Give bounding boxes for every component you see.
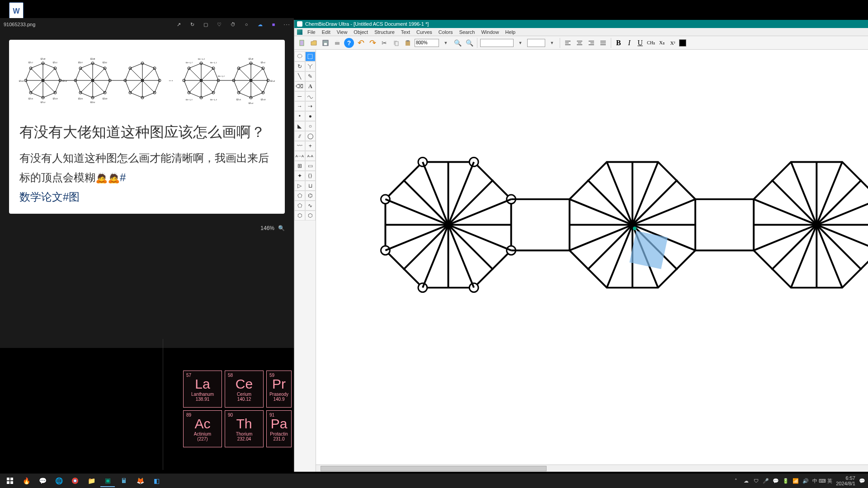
tray-wifi-icon[interactable]: 📶 [793, 478, 799, 484]
filled-circle-tool-icon[interactable]: ● [305, 111, 316, 121]
taskbar-app-1-icon[interactable]: 🔥 [19, 474, 33, 487]
table-tool-icon[interactable]: ⊞ [294, 161, 305, 171]
rect-tool-icon[interactable]: ▭ [305, 161, 316, 171]
taskbar-wechat-icon[interactable]: 💬 [35, 474, 50, 487]
underline-button[interactable]: U [636, 38, 645, 48]
rotate-icon[interactable]: ↻ [189, 21, 195, 28]
line-tool-icon[interactable]: ─ [294, 91, 305, 101]
taskbar-app-blue-icon[interactable]: ◧ [149, 474, 164, 487]
menu-structure[interactable]: Structure [372, 29, 397, 35]
font-input[interactable] [480, 39, 514, 47]
wavy-bond-icon[interactable]: 〰 [294, 141, 305, 151]
taskbar-edge-icon[interactable]: 🌐 [52, 474, 66, 487]
structure-tool-icon[interactable] [305, 61, 316, 71]
pen-tool-icon[interactable]: ✎ [305, 71, 316, 81]
copy-tool-icon[interactable] [391, 38, 401, 48]
tray-battery-icon[interactable]: 🔋 [783, 478, 789, 484]
element-la[interactable]: 57LaLanthanum138.91 [183, 371, 222, 408]
element-pr[interactable]: 59PrPraseody140.9 [266, 371, 292, 408]
chemdraw-titlebar[interactable]: ChemBioDraw Ultra - [Untitled ACS Docume… [294, 20, 868, 28]
align-justify-icon[interactable] [598, 38, 608, 48]
orbital-tool-icon[interactable]: ✦ [294, 171, 305, 181]
taskbar-explorer-icon[interactable]: 📁 [84, 474, 99, 487]
subscript-button[interactable]: X₂ [657, 38, 666, 48]
zoom-in-icon[interactable]: 🔍 [464, 38, 474, 48]
element-ce[interactable]: 58CeCerium140.12 [225, 371, 264, 408]
taskbar-firefox-icon[interactable]: 🦊 [133, 474, 147, 487]
tray-security-icon[interactable]: 🛡 [753, 478, 759, 484]
lasso-tool-icon[interactable] [294, 52, 305, 61]
save-icon[interactable] [321, 38, 330, 48]
benzene-tool-icon[interactable]: ⬡ [305, 211, 316, 221]
superscript-button[interactable]: X² [668, 38, 677, 48]
plus-tool-icon[interactable]: + [305, 141, 316, 151]
cyclopentane-icon[interactable]: ⬠ [294, 201, 305, 211]
menu-object[interactable]: Object [351, 29, 371, 35]
tray-wechat-icon[interactable]: 💬 [773, 478, 779, 484]
tray-notification-icon[interactable]: 💬 [859, 478, 865, 484]
open-icon[interactable] [309, 38, 319, 48]
bond-tool-icon[interactable]: ╲ [294, 71, 305, 81]
color-picker-swatch[interactable] [679, 39, 686, 47]
more-icon[interactable]: ··· [284, 21, 290, 28]
heart-icon[interactable]: ♡ [216, 21, 222, 28]
desktop-word-icon[interactable] [9, 2, 27, 20]
taskbar-app-active-icon[interactable]: ▣ [100, 474, 115, 487]
help-icon[interactable]: ? [344, 38, 354, 48]
bracket-tool-icon[interactable]: ⟨⟩ [305, 171, 316, 181]
hashtag-link[interactable]: 数学论文#图 [19, 191, 80, 203]
tray-cloud-icon[interactable]: ☁ [743, 478, 749, 484]
taskbar-chrome-icon[interactable] [68, 474, 82, 487]
chain-tool-icon[interactable] [305, 91, 316, 101]
chemical-symbol-icon[interactable]: A↔A [294, 151, 305, 161]
menu-search[interactable]: Search [457, 29, 478, 35]
menu-file[interactable]: File [305, 29, 318, 35]
bold-button[interactable]: B [614, 38, 623, 48]
horizontal-scrollbar[interactable] [316, 465, 868, 472]
italic-button[interactable]: I [625, 38, 634, 48]
circle-tool-icon[interactable]: ○ [305, 121, 316, 131]
chemdraw-doc-icon[interactable] [297, 29, 302, 35]
cyclohexane-icon[interactable]: ⬡ [294, 211, 305, 221]
menu-window[interactable]: Window [478, 29, 501, 35]
tray-volume-icon[interactable]: 🔊 [802, 478, 809, 484]
menu-view[interactable]: View [334, 29, 350, 35]
tray-ime-label[interactable]: 中 ⌨ 英 [812, 478, 832, 484]
pentagon-tool-icon[interactable]: ⬠ [294, 191, 305, 201]
zoom-dropdown-icon[interactable]: ▼ [441, 38, 451, 48]
circle-icon[interactable]: ○ [243, 21, 250, 28]
hash-symbol[interactable]: # [120, 171, 126, 183]
element-ac[interactable]: 89AcActinium(227) [183, 410, 222, 447]
chemdraw-canvas[interactable] [316, 50, 868, 472]
paste-icon[interactable] [403, 38, 413, 48]
play-tool-icon[interactable]: ▷ [294, 181, 305, 191]
copy-icon[interactable]: ▢ [203, 21, 209, 28]
tray-mic-icon[interactable]: 🎤 [763, 478, 769, 484]
marquee-tool-icon[interactable] [305, 52, 316, 61]
dot-tool-icon[interactable]: • [294, 111, 305, 121]
font-dropdown-icon[interactable]: ▼ [515, 38, 525, 48]
print-icon[interactable] [332, 38, 342, 48]
undo-icon[interactable]: ↶ [356, 38, 366, 48]
dashed-arrow-icon[interactable]: ⇢ [305, 101, 316, 111]
taskbar-calc-icon[interactable]: 🖩 [117, 474, 131, 487]
zoom-input[interactable] [415, 39, 439, 47]
tlc-tool-icon[interactable]: ⊔ [305, 181, 316, 191]
taskbar-clock[interactable]: 6:57 2024/8/1 [836, 475, 855, 486]
element-pa[interactable]: 91PaProtactin231.0 [266, 410, 292, 447]
align-right-icon[interactable] [586, 38, 596, 48]
eraser-tool-icon[interactable]: ⌫ [294, 81, 305, 91]
atom-label-icon[interactable]: A-A [305, 151, 316, 161]
zoom-magnifier-icon[interactable]: 🔍 [278, 225, 285, 231]
new-doc-icon[interactable] [297, 38, 307, 48]
cut-icon[interactable]: ✂ [379, 38, 389, 48]
scroll-thumb[interactable] [321, 466, 547, 471]
tray-chevron-icon[interactable]: ˄ [733, 478, 739, 484]
hash-bond-icon[interactable]: ⫽ [294, 131, 305, 141]
zoom-out-icon[interactable]: 🔍 [453, 38, 462, 48]
cloud-icon[interactable]: ☁ [257, 21, 263, 28]
size-input[interactable] [527, 39, 545, 47]
align-left-icon[interactable] [563, 38, 573, 48]
arrow-tool-icon[interactable]: → [294, 101, 305, 111]
align-center-icon[interactable] [575, 38, 585, 48]
